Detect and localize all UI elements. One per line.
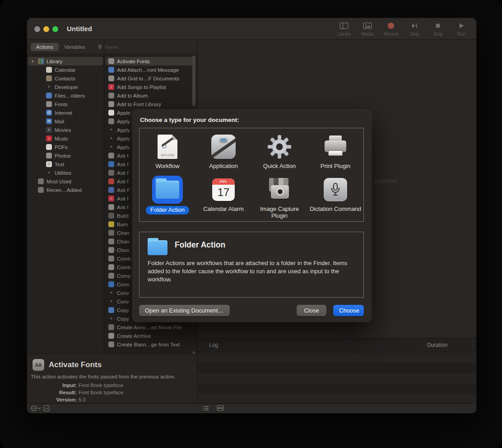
image-capture-icon xyxy=(267,178,292,201)
sidebar-item[interactable]: ▾ Library xyxy=(28,57,103,65)
log-column-header[interactable]: Log xyxy=(209,338,218,352)
sidebar-divider xyxy=(104,40,104,403)
search-input[interactable] xyxy=(105,44,177,50)
column-divider[interactable] xyxy=(473,340,473,350)
print-plugin-icon xyxy=(324,135,347,158)
close-button[interactable]: Close xyxy=(297,305,326,316)
sidebar-item[interactable]: ▾ @ Internet xyxy=(28,108,103,117)
sidebar-item[interactable]: ▾ Files…olders xyxy=(28,91,103,100)
sidebar-item[interactable]: ▾ Photos xyxy=(28,151,103,160)
generic-action-icon xyxy=(108,204,114,210)
toolbar-button[interactable]: Library xyxy=(335,20,353,37)
document-type-option[interactable]: WFLOW Workflow xyxy=(139,130,195,173)
sidebar-item[interactable]: ▾ ✉ Mail xyxy=(28,117,103,126)
action-list-item[interactable]: Add Attach…ront Message xyxy=(106,65,195,74)
generic-action-icon xyxy=(108,118,114,124)
pdfs-icon xyxy=(46,144,52,150)
document-type-option[interactable]: JUL17 Calendar Alarm xyxy=(195,173,251,219)
sidebar-item[interactable]: ▾ × Developer xyxy=(28,83,103,91)
panel-toggle-icon[interactable] xyxy=(43,405,50,411)
log-header: Log Duration xyxy=(198,338,476,352)
toolbar-button[interactable]: Step xyxy=(405,20,424,37)
mail-action-icon xyxy=(108,67,114,73)
generic-action-icon xyxy=(108,178,114,184)
action-list-item[interactable]: Create Bann…ge from Text xyxy=(106,340,195,349)
generic-action-icon xyxy=(108,281,114,287)
toolbar-button[interactable]: Run xyxy=(452,20,471,37)
text-icon: A xyxy=(46,161,52,167)
workflow-icon: WFLOW xyxy=(158,135,177,159)
document-type-option[interactable]: Application xyxy=(195,130,251,173)
type-detail-box: Folder Action Folder Actions are workflo… xyxy=(139,232,364,298)
document-type-option[interactable]: Quick Action xyxy=(251,130,307,173)
sidebar-item[interactable]: ▾ Most Used xyxy=(28,177,103,186)
run-icon xyxy=(459,21,465,31)
action-list-item[interactable]: Add Grid to…F Documents xyxy=(106,74,195,83)
generic-action-icon xyxy=(108,170,114,176)
generic-action-icon xyxy=(108,264,114,270)
movies-icon: ● xyxy=(46,127,52,133)
sidebar-item[interactable]: ▾ Calendar xyxy=(28,65,103,74)
toolbar-button[interactable]: Record xyxy=(381,20,400,37)
sidebar-item[interactable]: ▾ Recen…Added xyxy=(28,186,103,194)
utilities-action-icon: × xyxy=(108,127,114,133)
library-sidebar: ▾ Library ▾ Calendar ▾ Contacts ▾ × xyxy=(27,54,104,354)
utilities-action-icon: × xyxy=(108,299,114,304)
stacked-panels-icon[interactable] xyxy=(217,405,224,411)
sidebar-item[interactable]: ▾ Contacts xyxy=(28,74,103,83)
tab-variables[interactable]: Variables xyxy=(59,43,91,51)
sidebar-item[interactable]: ▾ A Text xyxy=(28,160,103,168)
utilities-icon: × xyxy=(46,170,52,176)
action-list-item[interactable]: ♪ Add Songs to Playlist xyxy=(106,83,195,91)
generic-action-icon xyxy=(108,238,114,244)
sidebar-item[interactable]: ▾ Fonts xyxy=(28,100,103,108)
action-list-item[interactable]: Add to Album xyxy=(106,91,195,100)
toolbar: Library Media Record Step Stop xyxy=(335,20,471,37)
sidebar-item[interactable]: ▾ PDFs xyxy=(28,143,103,151)
dialog-title: Choose a type for your document: xyxy=(140,117,239,123)
action-list-item[interactable]: Create Anno…ed Movie File xyxy=(106,323,195,331)
document-type-option[interactable]: Dictation Command xyxy=(307,173,363,219)
calendar-alarm-icon: JUL17 xyxy=(212,178,235,201)
generic-action-icon xyxy=(108,273,114,279)
choose-document-type-dialog: Choose a type for your document: WFLOW W… xyxy=(132,110,372,322)
document-type-option[interactable]: Folder Action xyxy=(139,173,195,219)
utilities-action-icon: × xyxy=(108,144,114,150)
log-rows xyxy=(198,352,476,403)
toolbar-button[interactable]: Stop xyxy=(428,20,447,37)
activate-fonts-icon xyxy=(108,58,114,64)
column-divider[interactable] xyxy=(424,340,424,350)
zoom-window-button[interactable] xyxy=(52,26,58,32)
photos-action-icon xyxy=(108,93,114,98)
chevron-down-icon[interactable]: ▾ xyxy=(32,59,38,64)
choose-button[interactable]: Choose xyxy=(333,305,364,316)
action-list-item[interactable]: Create Archive xyxy=(106,331,195,340)
sidebar-item[interactable]: ▾ × Utilities xyxy=(28,168,103,177)
sidebar-item[interactable]: ▾ ♪ Music xyxy=(28,134,103,143)
toolbar-button[interactable]: Media xyxy=(358,20,377,37)
canvas-placeholder-fragment: workflow xyxy=(374,177,397,184)
duration-column-header[interactable]: Duration xyxy=(427,338,447,352)
run-options-icon[interactable] xyxy=(31,405,42,411)
actions-scrollbar[interactable] xyxy=(192,56,195,106)
burn-action-icon xyxy=(108,221,114,227)
action-info-panel: AA Activate Fonts This action activates … xyxy=(27,354,197,403)
sidebar-item[interactable]: ▾ ● Movies xyxy=(28,126,103,134)
step-icon xyxy=(411,21,418,31)
tab-actions[interactable]: Actions xyxy=(31,43,59,51)
document-type-option[interactable]: Image Capture Plugin xyxy=(251,173,307,219)
open-existing-document-button[interactable]: Open an Existing Document… xyxy=(139,305,230,316)
minimize-window-button[interactable] xyxy=(43,26,49,32)
library-toolbar-icon xyxy=(339,21,349,31)
folder-smart-icon xyxy=(38,178,44,184)
document-type-option[interactable]: Print Plugin xyxy=(307,130,363,173)
action-list-item[interactable]: Activate Fonts xyxy=(106,57,195,65)
close-window-button[interactable] xyxy=(34,26,40,32)
action-list-item[interactable]: Add to Font Library xyxy=(106,100,195,108)
utilities-action-icon: × xyxy=(108,290,114,296)
utilities-action-icon: × xyxy=(108,316,114,322)
list-view-icon[interactable] xyxy=(202,405,209,411)
stop-icon xyxy=(435,21,441,31)
generic-action-icon xyxy=(108,230,114,236)
title-bar: Untitled Library Media Record Step xyxy=(27,18,476,40)
